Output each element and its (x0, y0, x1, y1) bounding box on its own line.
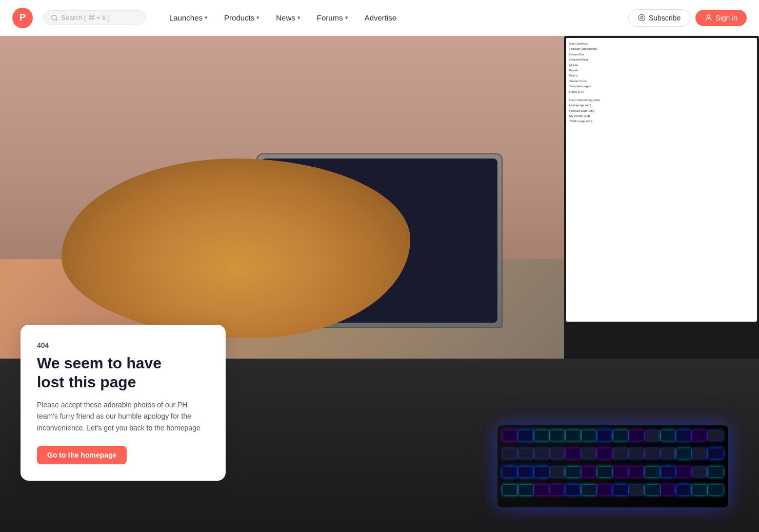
keyboard-key (534, 485, 549, 495)
email-icon (638, 14, 646, 22)
keyboard-key (692, 448, 707, 459)
keyboard-key (582, 430, 596, 441)
error-title-line1: We seem to have (37, 354, 162, 371)
keyboard-key (629, 448, 644, 459)
svg-point-2 (638, 14, 645, 21)
svg-point-4 (707, 15, 710, 17)
keyboard-key (613, 430, 628, 441)
keyboard-key (708, 430, 723, 441)
keyboard-key (518, 467, 533, 477)
keyboard-key (661, 485, 676, 495)
error-code: 404 (37, 341, 209, 349)
error-title-line2: lost this page (37, 373, 136, 390)
keyboard-key (676, 448, 691, 459)
keyboard-key (676, 430, 691, 441)
keyboard-key (550, 448, 565, 459)
keyboard-key (645, 485, 660, 495)
keyboard-key (661, 448, 676, 459)
nav-products[interactable]: Products ▾ (217, 9, 267, 26)
error-card: 404 We seem to have lost this page Pleas… (21, 325, 226, 481)
error-title: We seem to have lost this page (37, 353, 209, 392)
keyboard-key (550, 430, 565, 441)
keyboard-key (597, 430, 612, 441)
keyboard-key (582, 448, 596, 459)
keyboard-key (692, 467, 707, 477)
monitor: User SettingsProduct OnboardingCreate Bo… (564, 36, 759, 369)
keyboard (497, 425, 728, 507)
keyboard-key (597, 448, 612, 459)
go-to-homepage-button[interactable]: Go to the homepage (37, 446, 127, 464)
keyboard-key (645, 467, 660, 477)
user-icon (705, 14, 712, 22)
nav-news-label: News (276, 13, 295, 22)
chevron-down-icon: ▾ (297, 14, 301, 21)
nav-news[interactable]: News ▾ (269, 9, 308, 26)
keyboard-key (629, 430, 644, 441)
keyboard-key (550, 485, 565, 495)
keyboard-key (582, 485, 596, 495)
keyboard-key (597, 485, 612, 495)
subscribe-button[interactable]: Subscribe (628, 9, 690, 27)
nav-advertise[interactable]: Advertise (357, 9, 404, 26)
chevron-down-icon: ▾ (345, 14, 348, 21)
signin-label: Sign in (715, 14, 737, 22)
keyboard-key (645, 448, 660, 459)
search-bar[interactable]: Search ( ⌘ + k ) (43, 10, 146, 25)
keyboard-key (518, 448, 533, 459)
nav-right: Subscribe Sign in (628, 9, 747, 27)
chevron-down-icon: ▾ (205, 14, 208, 21)
keyboard-key (518, 430, 533, 441)
chevron-down-icon: ▾ (256, 14, 259, 21)
keyboard-key (534, 430, 549, 441)
nav-links: Launches ▾ Products ▾ News ▾ Forums ▾ Ad… (162, 9, 624, 26)
keyboard-key (613, 485, 628, 495)
keyboard-key (597, 467, 612, 477)
nav-forums-label: Forums (317, 13, 343, 22)
keyboard-key (566, 485, 581, 495)
keyboard-key (566, 467, 581, 477)
keyboard-key (629, 485, 644, 495)
keyboard-key (661, 467, 676, 477)
navbar: P Search ( ⌘ + k ) Launches ▾ Products ▾… (0, 0, 759, 36)
keyboard-key (676, 467, 691, 477)
nav-launches[interactable]: Launches ▾ (162, 9, 215, 26)
keyboard-key (613, 467, 628, 477)
keyboard-key (582, 467, 596, 477)
keyboard-key (566, 448, 581, 459)
keyboard-key (645, 430, 660, 441)
svg-line-1 (56, 19, 57, 21)
keyboard-key (676, 485, 691, 495)
nav-forums[interactable]: Forums ▾ (310, 9, 355, 26)
error-description: Please accept these adorable photos of o… (37, 399, 209, 434)
svg-point-3 (641, 16, 643, 19)
search-icon (51, 14, 58, 22)
keyboard-key (566, 430, 581, 441)
keyboard-key (503, 430, 517, 441)
subscribe-label: Subscribe (649, 14, 681, 22)
keyboard-key (692, 485, 707, 495)
keyboard-key (708, 448, 723, 459)
keyboard-key (708, 467, 723, 477)
keyboard-key (503, 467, 517, 477)
logo-icon[interactable]: P (12, 8, 33, 28)
keyboard-key (518, 485, 533, 495)
keyboard-key (629, 467, 644, 477)
keyboard-key (708, 485, 723, 495)
keyboard-key (550, 467, 565, 477)
keyboard-key (534, 467, 549, 477)
search-placeholder: Search ( ⌘ + k ) (61, 14, 110, 22)
nav-launches-label: Launches (169, 13, 203, 22)
keyboard-key (503, 485, 517, 495)
nav-advertise-label: Advertise (365, 13, 397, 22)
keyboard-key (534, 448, 549, 459)
nav-products-label: Products (224, 13, 254, 22)
monitor-screen: User SettingsProduct OnboardingCreate Bo… (566, 38, 757, 322)
keyboard-key (613, 448, 628, 459)
keyboard-key (503, 448, 517, 459)
keyboard-key (692, 430, 707, 441)
keyboard-key (661, 430, 676, 441)
signin-button[interactable]: Sign in (695, 10, 747, 26)
